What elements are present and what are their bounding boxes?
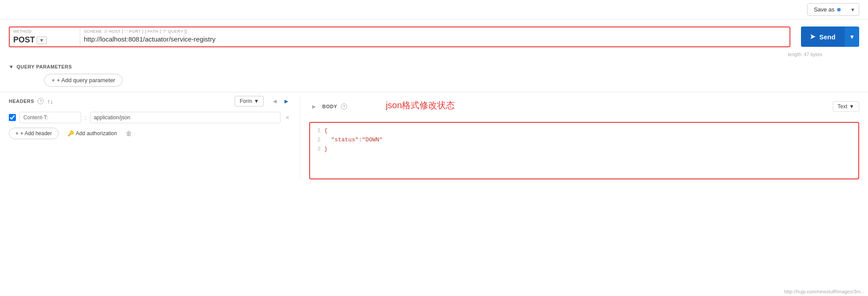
code-line-2: 2 "status":"DOWN": [314, 136, 855, 145]
body-nav-right-icon[interactable]: ►: [309, 102, 319, 111]
headers-label: HEADERS: [9, 99, 34, 104]
bottom-buttons: + + Add header 🔑 Add authorization 🗑: [9, 128, 291, 139]
add-header-button[interactable]: + + Add header: [9, 128, 59, 139]
send-icon: ➤: [810, 33, 816, 41]
divider: [0, 92, 868, 92]
url-input[interactable]: [84, 35, 786, 43]
add-header-label: + Add header: [20, 130, 52, 137]
method-block: METHOD POST ▼: [10, 27, 80, 46]
footer-url: http://hujp.com/newstuff/images/3m...: [784, 289, 864, 294]
add-authorization-button[interactable]: 🔑 Add authorization: [64, 128, 120, 139]
query-params-section: ▼ QUERY PARAMETERS + + Add query paramet…: [0, 61, 868, 90]
send-button[interactable]: ➤ Send: [801, 27, 844, 47]
add-query-plus-icon: +: [52, 77, 55, 83]
header-value-input[interactable]: [90, 112, 281, 123]
json-annotation: json格式修改状态: [386, 96, 455, 117]
send-group: ➤ Send ▼: [801, 27, 859, 47]
delete-header-button[interactable]: ×: [284, 113, 291, 122]
nav-right-arrow-icon[interactable]: ►: [281, 97, 291, 106]
save-as-group[interactable]: Save as ▼: [807, 3, 859, 16]
url-block: SCHEME :// HOST [ ':' PORT ] [ PATH [ '?…: [80, 27, 789, 46]
auth-key-icon: 🔑: [67, 130, 74, 137]
method-select-row: POST ▼: [13, 35, 76, 45]
add-auth-label: Add authorization: [76, 130, 117, 137]
text-dropdown-label: Text: [838, 103, 847, 110]
main-content: HEADERS ? ↑↓ Form ▼ ◄ ► : × + + Add head: [0, 96, 868, 179]
request-row: METHOD POST ▼ SCHEME :// HOST [ ':' PORT…: [9, 27, 790, 47]
add-query-label: + Add query parameter: [57, 77, 116, 83]
text-dropdown-arrow-icon: ▼: [849, 103, 854, 110]
line-number-3: 3: [314, 145, 321, 154]
form-label: Form: [239, 98, 252, 104]
method-label: METHOD: [13, 29, 76, 34]
body-label: BODY: [322, 104, 337, 109]
headers-top: HEADERS ? ↑↓ Form ▼ ◄ ►: [9, 96, 291, 106]
trash-icon[interactable]: 🗑: [126, 130, 132, 137]
method-value: POST: [13, 35, 35, 45]
content-type-checkbox[interactable]: [9, 114, 16, 121]
line-number-1: 1: [314, 126, 321, 136]
send-dropdown-button[interactable]: ▼: [844, 27, 859, 47]
add-header-plus-icon: +: [15, 130, 19, 137]
save-as-button[interactable]: Save as: [808, 4, 847, 15]
code-editor[interactable]: 1 { 2 "status":"DOWN" 3 }: [309, 122, 859, 179]
length-info: length: 47 bytes: [9, 52, 824, 57]
headers-section: HEADERS ? ↑↓ Form ▼ ◄ ► : × + + Add head: [9, 96, 291, 179]
query-params-header: ▼ QUERY PARAMETERS: [9, 64, 859, 69]
send-label: Send: [819, 33, 835, 41]
header-key-input[interactable]: [19, 112, 81, 123]
body-section: ► BODY ? json格式修改状态 Text ▼ 1 { 2 "status…: [300, 96, 859, 179]
body-info-icon[interactable]: ?: [341, 103, 347, 110]
save-as-dot-icon: [837, 8, 841, 11]
text-dropdown[interactable]: Text ▼: [833, 101, 859, 112]
line-number-2: 2: [314, 136, 321, 145]
code-content-2: "status":"DOWN": [324, 136, 383, 145]
url-label: SCHEME :// HOST [ ':' PORT ] [ PATH [ '?…: [84, 29, 786, 34]
code-content-1: {: [324, 126, 328, 136]
nav-arrows: ◄ ►: [270, 97, 291, 106]
form-dropdown[interactable]: Form ▼: [235, 96, 264, 106]
nav-left-arrow-icon[interactable]: ◄: [270, 97, 280, 106]
save-as-dropdown-button[interactable]: ▼: [847, 4, 859, 15]
collapse-arrow-icon[interactable]: ▼: [9, 64, 14, 69]
add-query-button[interactable]: + + Add query parameter: [44, 74, 123, 87]
query-params-label: QUERY PARAMETERS: [16, 64, 72, 69]
headers-sort-icon[interactable]: ↑↓: [47, 98, 53, 105]
code-line-1: 1 {: [314, 126, 855, 136]
form-dropdown-arrow-icon: ▼: [254, 98, 259, 104]
colon-separator: :: [85, 114, 86, 121]
top-bar: Save as ▼: [0, 0, 868, 19]
code-line-3: 3 }: [314, 145, 855, 154]
code-content-3: }: [324, 145, 328, 154]
headers-info-icon[interactable]: ?: [37, 98, 44, 104]
save-as-label: Save as: [814, 6, 834, 13]
body-top: ► BODY ? json格式修改状态 Text ▼: [309, 96, 859, 117]
header-row-content-type: : ×: [9, 112, 291, 123]
method-dropdown-button[interactable]: ▼: [37, 36, 47, 44]
request-section: METHOD POST ▼ SCHEME :// HOST [ ':' PORT…: [0, 19, 868, 61]
